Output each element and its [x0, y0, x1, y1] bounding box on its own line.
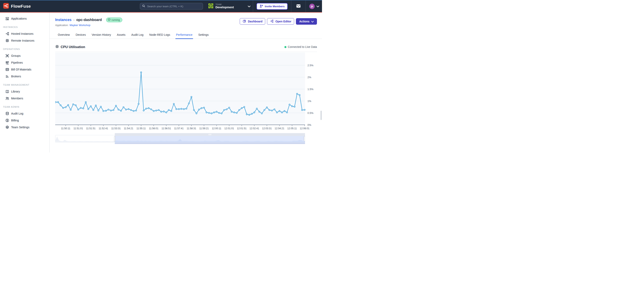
live-status: Connected to Live Data: [284, 45, 317, 48]
notifications-button[interactable]: [295, 4, 302, 8]
data-point: [83, 108, 84, 109]
pipelines-icon: [5, 61, 9, 65]
page: { "navbar": { "brand": "FlowFuse", "sear…: [0, 0, 322, 152]
tab-audit-log[interactable]: Audit Log: [131, 31, 144, 38]
page-scrollbar-thumb[interactable]: [320, 111, 322, 120]
brush-handle[interactable]: [304, 136, 305, 141]
data-point: [284, 110, 285, 112]
x-axis-label: 11:58:31: [187, 127, 196, 130]
data-point: [70, 109, 71, 110]
x-axis-label: 11:53:31: [111, 127, 121, 130]
members-icon: [5, 96, 9, 100]
cpu-utilisation-chart: 0%0.5%1%1.5%2%2.5%11:50:1111:51:0111:51:…: [55, 52, 317, 133]
data-point: [296, 93, 298, 94]
search-input[interactable]: [147, 5, 201, 8]
data-point: [176, 108, 177, 110]
data-point: [203, 107, 204, 108]
sidebar-section-header-team-management: TEAM MANAGEMENT: [0, 84, 49, 86]
data-point: [238, 109, 240, 111]
tab-node-red-logs[interactable]: Node-RED Logs: [149, 31, 170, 38]
live-status-text: Connected to Live Data: [288, 45, 317, 48]
data-point: [110, 110, 112, 111]
sidebar-item-bill-of-materials[interactable]: Bill Of Materials: [0, 66, 49, 73]
data-point: [264, 109, 265, 111]
data-point: [251, 113, 252, 114]
team-label: TEAM:: [216, 3, 234, 6]
search-box[interactable]: [140, 3, 203, 10]
sidebar-item-library[interactable]: Library: [0, 88, 49, 95]
data-point: [133, 110, 134, 112]
data-point: [244, 106, 245, 108]
breadcrumb-instances-link[interactable]: Instances: [55, 18, 72, 22]
x-axis-label: 12:03:31: [262, 127, 272, 130]
data-point: [292, 106, 293, 107]
data-point: [75, 105, 76, 106]
x-axis-label: 11:50:11: [61, 127, 70, 130]
top-navbar: FlowFuse TEAM: De: [0, 0, 322, 12]
data-point: [62, 107, 64, 108]
team-settings-icon: [5, 125, 9, 129]
data-point: [166, 112, 167, 113]
brush-handle[interactable]: [114, 136, 115, 141]
sidebar-item-team-settings[interactable]: Team Settings: [0, 124, 49, 131]
brush-bottom-bar: [115, 142, 305, 144]
tab-overview[interactable]: Overview: [58, 31, 70, 38]
user-menu[interactable]: jp: [309, 4, 319, 9]
sidebar-item-label: Brokers: [11, 75, 21, 78]
sidebar-item-hosted-instances[interactable]: Hosted Instances: [0, 30, 49, 37]
flowfuse-logo-icon: [3, 3, 9, 9]
status-badge-label: running: [112, 18, 120, 21]
data-point: [58, 102, 58, 103]
sidebar-item-audit-log[interactable]: Audit Log: [0, 110, 49, 117]
data-point: [246, 114, 248, 115]
data-point: [108, 109, 109, 110]
data-point: [221, 113, 222, 114]
y-axis-label: 1%: [308, 100, 311, 103]
dashboard-button[interactable]: Dashboard: [240, 18, 265, 25]
tab-assets[interactable]: Assets: [117, 31, 126, 38]
open-editor-button[interactable]: Open Editor: [267, 18, 294, 25]
data-point: [289, 104, 290, 105]
tab-performance[interactable]: Performance: [176, 31, 193, 38]
navbar-divider: [253, 0, 253, 12]
data-point: [191, 96, 192, 98]
x-axis-label: 11:59:21: [199, 127, 209, 130]
sidebar-section-header-operations: OPERATIONS: [0, 48, 49, 50]
sidebar-item-brokers[interactable]: Brokers: [0, 73, 49, 80]
actions-button[interactable]: Actions: [296, 18, 317, 25]
brush-grip-icon: [210, 134, 210, 135]
brush-grip-icon: [210, 134, 211, 135]
range-selector-svg: [55, 133, 305, 144]
application-link[interactable]: Mayker Workshop: [70, 24, 90, 27]
sidebar-item-groups[interactable]: Groups: [0, 52, 49, 59]
y-axis-label: 2%: [308, 76, 311, 79]
tab-settings[interactable]: Settings: [198, 31, 209, 38]
data-point: [93, 109, 94, 111]
data-point: [286, 112, 288, 113]
invite-members-button[interactable]: Invite Members: [256, 3, 288, 10]
sidebar-item-billing[interactable]: Billing: [0, 117, 49, 124]
sidebar-item-remote-instances[interactable]: Remote Instances: [0, 37, 49, 44]
sidebar-item-pipelines[interactable]: Pipelines: [0, 59, 49, 66]
sidebar-item-label: Library: [11, 90, 20, 93]
x-axis-label: 12:01:51: [237, 127, 246, 130]
data-point: [281, 112, 282, 113]
brand[interactable]: FlowFuse: [0, 3, 31, 9]
tab-version-history[interactable]: Version History: [92, 31, 111, 38]
tab-devices[interactable]: Devices: [76, 31, 86, 38]
breadcrumb: Instances › opc-dashboard running: [55, 17, 122, 22]
chart-range-selector[interactable]: [55, 133, 317, 144]
sidebar-item-applications[interactable]: Applications: [0, 15, 49, 22]
x-axis-label: 11:51:51: [86, 127, 96, 130]
billing-icon: [5, 118, 9, 122]
sidebar-item-members[interactable]: Members: [0, 95, 49, 102]
breadcrumb-separator: ›: [73, 18, 74, 22]
data-point: [80, 107, 81, 108]
bill-of-materials-icon: [5, 67, 9, 71]
data-point: [128, 108, 129, 110]
data-point: [88, 108, 89, 110]
team-switcher[interactable]: TEAM: Development: [207, 0, 253, 12]
cpu-chart-svg: 0%0.5%1%1.5%2%2.5%11:50:1111:51:0111:51:…: [55, 52, 316, 133]
data-point: [125, 109, 126, 110]
data-point: [78, 109, 79, 110]
